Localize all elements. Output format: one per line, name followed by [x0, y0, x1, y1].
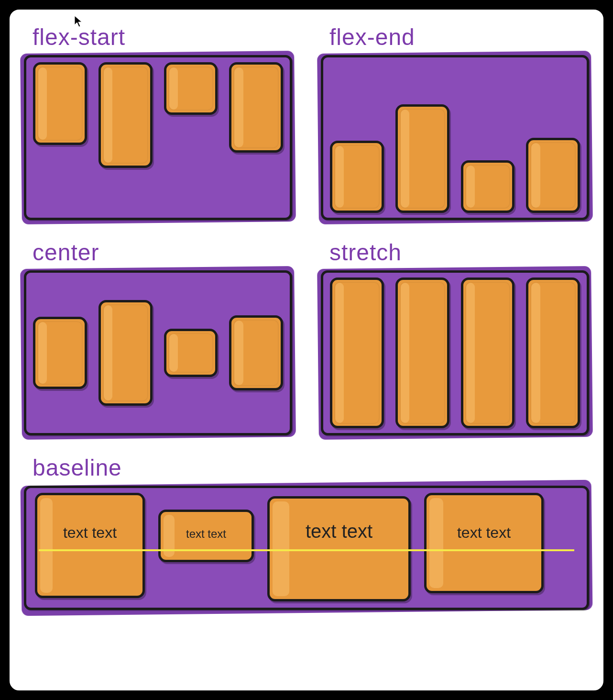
flex-item — [99, 62, 153, 168]
flex-item — [33, 62, 87, 145]
flex-item — [99, 300, 153, 406]
item-text: text text — [63, 524, 117, 542]
item-text: text text — [186, 527, 226, 541]
flex-container — [321, 55, 589, 220]
item-text: text text — [457, 524, 511, 542]
flex-item — [33, 317, 87, 389]
panel-flex-start: flex-start — [24, 24, 292, 220]
row-2: center stretch — [24, 239, 589, 435]
flex-item — [395, 278, 449, 428]
panel-label: baseline — [33, 455, 589, 481]
panel-label: flex-end — [329, 24, 589, 50]
panel-label: stretch — [329, 239, 589, 266]
panel-label: center — [33, 239, 292, 266]
flex-item — [461, 278, 515, 428]
flex-item: text text — [424, 493, 544, 593]
panel-baseline: baseline text text text text text text t… — [24, 455, 589, 610]
panel-label: flex-start — [33, 24, 292, 50]
flex-item — [164, 329, 218, 377]
flex-item — [526, 138, 580, 213]
panel-flex-end: flex-end — [321, 24, 589, 220]
flex-item — [461, 160, 515, 213]
flex-item — [164, 62, 218, 115]
flex-container — [24, 270, 292, 435]
row-1: flex-start flex-end — [24, 24, 589, 220]
diagram-page: flex-start flex-end — [5, 5, 608, 695]
flex-container: text text text text text text text text — [24, 486, 589, 610]
flex-item — [330, 141, 384, 213]
flex-item — [229, 62, 283, 153]
flex-item: text text — [158, 510, 254, 562]
panel-stretch: stretch — [321, 239, 589, 435]
baseline-line — [39, 549, 574, 551]
flex-item — [330, 278, 384, 428]
flex-item — [526, 278, 580, 428]
item-text: text text — [306, 521, 372, 542]
flex-item — [395, 104, 449, 213]
panel-center: center — [24, 239, 292, 435]
flex-item — [229, 315, 283, 391]
flex-container — [24, 55, 292, 220]
flex-item: text text — [35, 493, 145, 598]
flex-item: text text — [267, 496, 411, 601]
flex-container — [321, 270, 589, 435]
